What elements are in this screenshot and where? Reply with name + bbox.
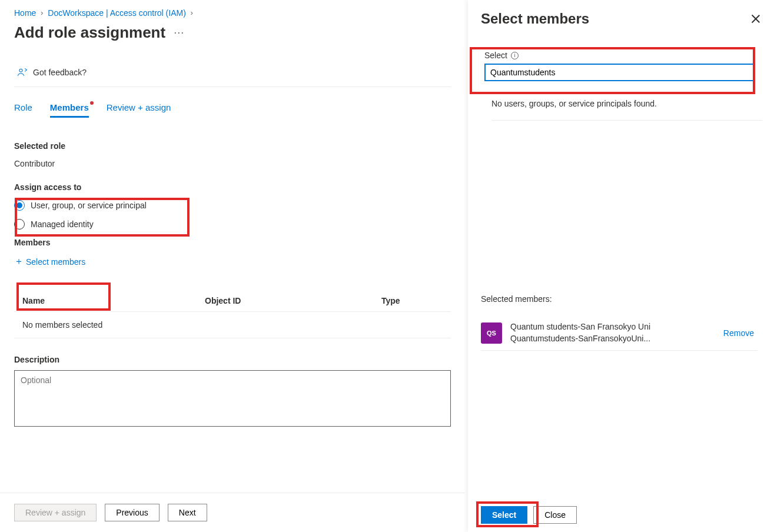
assign-access-label: Assign access to: [14, 182, 451, 192]
assign-access-radio-group: User, group, or service principal Manage…: [14, 200, 451, 230]
select-members-label: Select members: [26, 257, 85, 267]
panel-title: Select members: [481, 11, 589, 27]
feedback-link[interactable]: Got feedback?: [14, 61, 451, 87]
breadcrumb-home[interactable]: Home: [14, 8, 36, 18]
previous-button[interactable]: Previous: [105, 504, 159, 521]
member-detail: Quantumstudents-SanFransokyoUni...: [510, 333, 715, 345]
remove-member-link[interactable]: Remove: [723, 328, 754, 338]
close-icon[interactable]: [750, 14, 761, 24]
review-assign-button[interactable]: Review + assign: [14, 504, 97, 521]
select-label-row: Select i: [484, 51, 761, 60]
panel-bottom-bar: Select Close: [468, 498, 774, 532]
col-name: Name: [22, 296, 205, 305]
tabs: Role Members Review + assign: [14, 102, 451, 118]
selected-role-label: Selected role: [14, 141, 451, 151]
description-label: Description: [14, 355, 451, 364]
description-input[interactable]: [14, 370, 451, 427]
col-type: Type: [381, 296, 443, 305]
select-button[interactable]: Select: [481, 506, 527, 524]
member-search-input[interactable]: [484, 64, 755, 81]
selected-role-value: Contributor: [14, 159, 451, 168]
chevron-right-icon: ›: [41, 9, 43, 17]
members-table-header: Name Object ID Type: [14, 290, 451, 312]
next-button[interactable]: Next: [168, 504, 207, 521]
breadcrumb-workspace[interactable]: DocWorkspace | Access control (IAM): [48, 8, 185, 18]
svg-point-0: [19, 69, 22, 72]
plus-icon: ＋: [14, 255, 24, 268]
radio-user-group[interactable]: User, group, or service principal: [14, 200, 451, 211]
selected-member-row: QS Quantum students-San Fransokyo Uni Qu…: [481, 315, 758, 351]
members-section-label: Members: [14, 238, 451, 247]
alert-dot-icon: [90, 101, 94, 105]
tab-members[interactable]: Members: [50, 102, 89, 118]
member-name: Quantum students-San Fransokyo Uni: [510, 321, 715, 333]
members-table-empty: No members selected: [14, 312, 451, 338]
page-title: Add role assignment: [14, 24, 165, 42]
avatar: QS: [481, 322, 502, 344]
select-members-panel: Select members Select i No users, groups…: [468, 0, 774, 532]
select-label: Select: [484, 51, 507, 60]
info-icon[interactable]: i: [511, 52, 519, 59]
feedback-label: Got feedback?: [33, 68, 87, 77]
radio-unchecked-icon: [14, 219, 25, 230]
radio-checked-icon: [14, 200, 25, 211]
tab-review[interactable]: Review + assign: [107, 102, 171, 118]
chevron-right-icon: ›: [191, 9, 193, 17]
no-results-text: No users, groups, or service principals …: [491, 99, 762, 121]
radio-managed-identity[interactable]: Managed identity: [14, 219, 451, 230]
feedback-icon: [16, 66, 28, 78]
select-members-link[interactable]: ＋ Select members: [14, 255, 451, 268]
radio-user-label: User, group, or service principal: [31, 201, 147, 210]
close-button[interactable]: Close: [533, 506, 577, 524]
radio-managed-label: Managed identity: [31, 220, 94, 229]
col-object-id: Object ID: [205, 296, 381, 305]
bottom-action-bar: Review + assign Previous Next: [0, 493, 465, 532]
selected-members-label: Selected members:: [481, 294, 552, 304]
breadcrumb: Home › DocWorkspace | Access control (IA…: [14, 8, 451, 18]
more-icon[interactable]: ···: [174, 26, 184, 39]
tab-role[interactable]: Role: [14, 102, 32, 118]
